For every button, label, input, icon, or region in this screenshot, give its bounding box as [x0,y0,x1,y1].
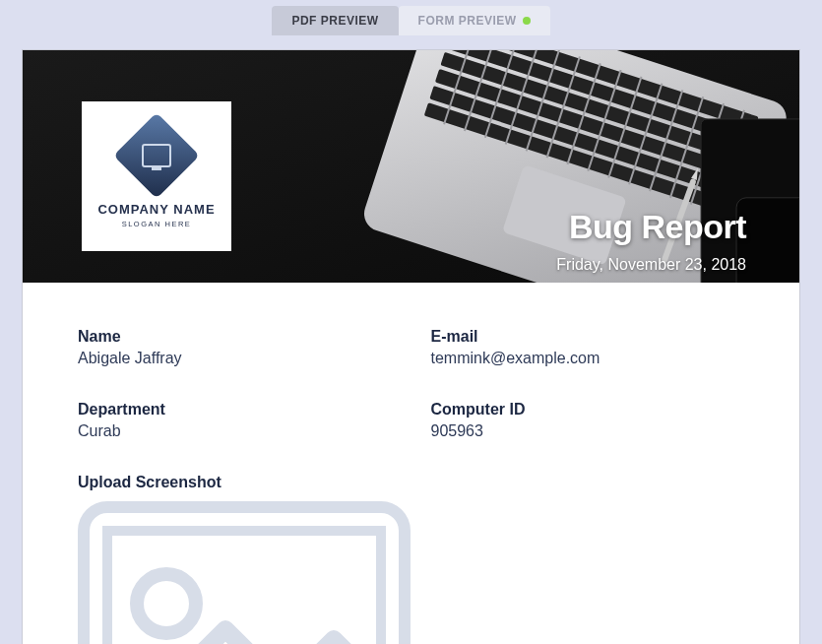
field-email: E-mail temmink@example.com [431,328,745,367]
preview-tabs: PDF PREVIEW FORM PREVIEW [0,6,822,35]
status-dot-icon [523,17,531,25]
hero-banner: COMPANY NAME SLOGAN HERE Bug Report Frid… [23,50,799,283]
tab-form-label: FORM PREVIEW [418,14,517,28]
hero-text-block: Bug Report Friday, November 23, 2018 [556,208,746,274]
label-department: Department [78,401,392,419]
app-frame: PDF PREVIEW FORM PREVIEW [0,0,822,644]
logo-company-name: COMPANY NAME [97,202,215,217]
page-title: Bug Report [556,208,746,246]
field-name: Name Abigale Jaffray [78,328,392,367]
logo-diamond-icon [113,112,200,199]
tab-pdf-preview[interactable]: PDF PREVIEW [272,6,398,35]
form-row: Department Curab Computer ID 905963 [78,401,744,440]
form-row: Name Abigale Jaffray E-mail temmink@exam… [78,328,744,367]
screenshot-placeholder [78,501,411,644]
value-department: Curab [78,422,392,440]
logo-slogan: SLOGAN HERE [122,220,192,228]
label-email: E-mail [431,328,745,346]
field-department: Department Curab [78,401,392,440]
label-name: Name [78,328,392,346]
svg-point-30 [137,574,196,633]
field-computer-id: Computer ID 905963 [431,401,745,440]
value-computer-id: 905963 [431,422,745,440]
field-upload: Upload Screenshot [78,474,744,644]
label-upload: Upload Screenshot [78,474,744,491]
company-logo-card: COMPANY NAME SLOGAN HERE [82,101,231,251]
value-email: temmink@example.com [431,350,745,367]
document-sheet: COMPANY NAME SLOGAN HERE Bug Report Frid… [22,49,800,644]
image-placeholder-icon [78,501,411,644]
label-computer-id: Computer ID [431,401,745,419]
logo-monitor-icon [142,144,171,167]
tab-pdf-label: PDF PREVIEW [291,14,378,28]
form-body: Name Abigale Jaffray E-mail temmink@exam… [23,283,799,644]
sheet-container: COMPANY NAME SLOGAN HERE Bug Report Frid… [0,35,822,644]
tab-form-preview[interactable]: FORM PREVIEW [399,6,550,35]
report-date: Friday, November 23, 2018 [556,256,746,274]
value-name: Abigale Jaffray [78,350,392,367]
